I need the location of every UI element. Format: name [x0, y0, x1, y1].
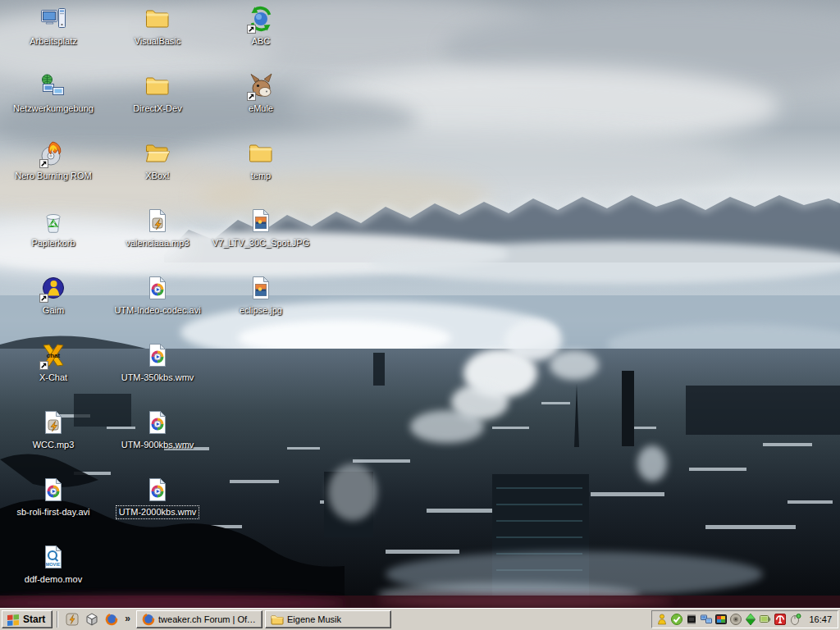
desktop-icon-label: Gaim [40, 304, 66, 317]
desktop-icon-label: sb-roli-first-day.avi [14, 506, 92, 518]
taskbar: Start » tweaker.ch Forum | Off-...Eigene… [0, 608, 840, 630]
folder-icon [144, 6, 171, 34]
desktop-icon-gaim[interactable]: Gaim [2, 275, 104, 317]
desktop-icon-nero-burning-rom[interactable]: Nero Burning ROM [2, 140, 104, 182]
desktop-icon-label: UTM-Indeo-codec.avi [112, 304, 203, 317]
desktop-icon-v7-ltv-30c-spot-jpg[interactable]: V7_LTV_30C_Spot.JPG [210, 208, 312, 249]
taskbar-divider [57, 611, 58, 628]
desktop-icon-xbox[interactable]: XBox! [107, 140, 208, 182]
desktop-icon-utm-350kbs-wmv[interactable]: UTM-350kbs.wmv [107, 342, 208, 384]
start-button[interactable]: Start [2, 610, 52, 628]
desktop-icon-label: WCC.mp3 [30, 439, 77, 451]
quicklaunch-firefox-icon[interactable] [104, 612, 119, 627]
svg-text:chat: chat [47, 352, 61, 359]
start-button-label: Start [23, 614, 45, 625]
tray-audio-monitor-icon[interactable] [759, 613, 772, 626]
wmp-file-icon [144, 342, 171, 370]
taskbar-task-eigene-musik[interactable]: Eigene Musik [265, 610, 391, 628]
desktop-icon-ddf-demo-mov[interactable]: MOVIEddf-demo.mov [2, 544, 104, 586]
desktop-icon-label: ABC [249, 35, 273, 48]
clock: 16:47 [809, 614, 832, 624]
tray-icon-area [655, 613, 801, 626]
desktop-icon-label: VisualBasic [132, 35, 184, 48]
abc-icon [247, 6, 275, 34]
quick-launch-bar [62, 612, 121, 627]
quicklaunch-show-desktop-cube-icon[interactable] [84, 612, 99, 627]
tray-volume-knob-icon[interactable] [729, 613, 742, 626]
task-button-area: tweaker.ch Forum | Off-...Eigene Musik [136, 610, 391, 628]
wmp-file-icon [39, 477, 67, 504]
desktop-icon-label: UTM-900kbs.wmv [119, 439, 197, 451]
desktop-icon-emule[interactable]: eMule [210, 73, 312, 115]
xchat-icon: chat [39, 342, 67, 370]
desktop-icon-label: DirectX-Dev [130, 103, 184, 115]
tray-gaim-buddy-icon[interactable] [655, 613, 669, 626]
desktop-icon-label: V7_LTV_30C_Spot.JPG [210, 237, 312, 249]
recycle-bin-icon [39, 208, 67, 235]
winamp-file-icon [144, 208, 171, 235]
quicklaunch-winamp-icon[interactable] [65, 612, 80, 627]
tray-tv-capture-icon[interactable] [714, 613, 728, 626]
desktop-icon-temp[interactable]: temp [210, 140, 312, 182]
desktop-icon-wcc-mp3[interactable]: WCC.mp3 [2, 409, 104, 451]
desktop-icon-abc[interactable]: ABC [210, 6, 312, 48]
tray-antivir-umbrella-icon[interactable] [774, 613, 787, 626]
folder-icon [271, 613, 284, 626]
my-computer-icon [39, 6, 67, 34]
wmp-file-icon [144, 477, 171, 504]
task-button-label: Eigene Musik [287, 614, 341, 624]
desktop-icon-label: UTM-350kbs.wmv [119, 372, 197, 384]
image-file-icon [247, 208, 275, 235]
emule-icon [247, 73, 275, 101]
desktop-icon-label: eclipse.jpg [237, 304, 285, 317]
desktop-icon-x-chat[interactable]: chatX-Chat [2, 342, 104, 384]
desktop-icon-label: Netzwerkumgebung [11, 103, 96, 115]
quick-launch-overflow-chevron[interactable]: » [124, 613, 134, 626]
desktop-icon-label: Nero Burning ROM [12, 170, 94, 182]
desktop-icon-label: Papierkorb [29, 237, 77, 249]
desktop-icon-label: XBox! [143, 170, 171, 182]
tray-network-computers-icon[interactable] [700, 613, 713, 626]
wmp-file-icon [144, 409, 171, 437]
desktop-icon-label: temp [249, 170, 273, 182]
desktop-icon-directx-dev[interactable]: DirectX-Dev [107, 73, 208, 115]
tray-memory-chip-icon[interactable] [685, 613, 698, 626]
wmp-file-icon [144, 275, 171, 303]
desktop-icon-netzwerkumgebung[interactable]: Netzwerkumgebung [2, 73, 104, 115]
image-file-icon [247, 275, 275, 303]
tray-du-meter-arrows-icon[interactable] [744, 613, 757, 626]
winamp-file-icon [39, 409, 67, 437]
gaim-icon [39, 275, 67, 303]
desktop-icon-label: eMule [246, 103, 276, 115]
folder-open-icon [144, 140, 171, 168]
windows-logo-icon [7, 613, 20, 626]
desktop-icon-label: X-Chat [37, 372, 70, 384]
tray-antivirus-ok-icon[interactable] [670, 613, 683, 626]
desktop-icon-grid: ArbeitsplatzVisualBasicABCNetzwerkumgebu… [0, 0, 840, 608]
desktop-icon-label: Arbeitsplatz [27, 35, 79, 48]
desktop-icon-label: ddf-demo.mov [22, 573, 84, 586]
folder-icon [144, 73, 171, 101]
desktop-icon-label: valenciaaa.mp3 [123, 237, 191, 249]
tray-mouse-utility-icon[interactable] [788, 613, 801, 626]
folder-icon [247, 140, 275, 168]
desktop-icon-sb-roli-first-day-avi[interactable]: sb-roli-first-day.avi [2, 477, 104, 518]
network-icon [39, 73, 67, 101]
desktop-icon-visualbasic[interactable]: VisualBasic [107, 6, 208, 48]
desktop-icon-utm-2000kbs-wmv[interactable]: UTM-2000kbs.wmv [107, 477, 208, 518]
desktop-icon-utm-indeo-codec-avi[interactable]: UTM-Indeo-codec.avi [107, 275, 208, 317]
qt-movie-icon: MOVIE [39, 544, 67, 572]
system-tray: 16:47 [651, 610, 838, 628]
task-button-label: tweaker.ch Forum | Off-... [158, 614, 257, 624]
desktop-icon-eclipse-jpg[interactable]: eclipse.jpg [210, 275, 312, 317]
taskbar-task-tweaker-ch-forum-off[interactable]: tweaker.ch Forum | Off-... [136, 610, 262, 628]
desktop-icon-valenciaaa-mp3[interactable]: valenciaaa.mp3 [107, 208, 208, 249]
desktop: ArbeitsplatzVisualBasicABCNetzwerkumgebu… [0, 0, 840, 608]
firefox-icon [142, 613, 155, 626]
nero-icon [39, 140, 67, 168]
desktop-icon-utm-900kbs-wmv[interactable]: UTM-900kbs.wmv [107, 409, 208, 451]
svg-text:MOVIE: MOVIE [46, 562, 61, 567]
desktop-icon-papierkorb[interactable]: Papierkorb [2, 208, 104, 249]
desktop-icon-arbeitsplatz[interactable]: Arbeitsplatz [2, 6, 104, 48]
desktop-icon-label: UTM-2000kbs.wmv [116, 506, 199, 518]
